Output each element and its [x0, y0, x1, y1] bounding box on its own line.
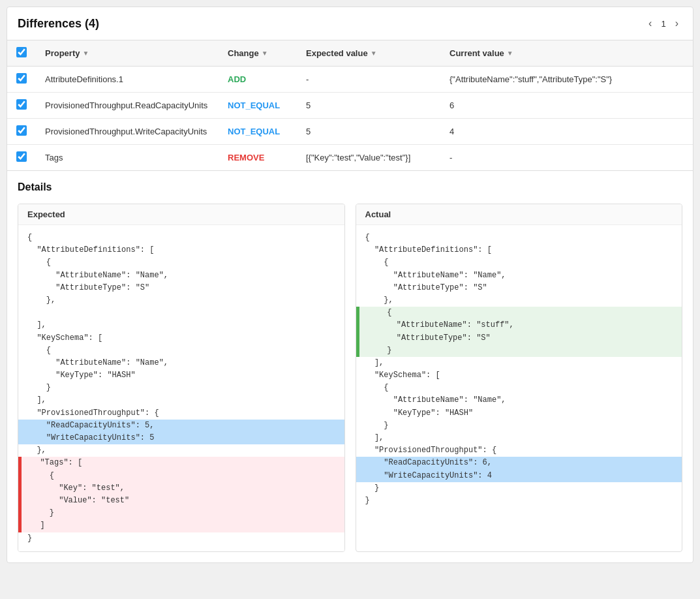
row-checkbox-cell	[7, 119, 36, 145]
row-property: ProvisionedThroughput.WriteCapacityUnits	[36, 119, 219, 145]
row-current-value: 6	[440, 93, 693, 119]
row-expected-value: -	[297, 67, 440, 93]
row-expected-value: 5	[297, 119, 440, 145]
table-row: AttributeDefinitions.1 ADD - {"Attribute…	[7, 67, 693, 93]
change-badge: REMOVE	[228, 153, 264, 162]
next-page-button[interactable]: ›	[671, 16, 682, 31]
current-sort-icon[interactable]: ▼	[507, 50, 513, 57]
row-current-value: {"AttributeName":"stuff","AttributeType"…	[440, 67, 693, 93]
row-change: REMOVE	[219, 145, 297, 171]
header-property: Property ▼	[36, 40, 219, 67]
table-header-row: Property ▼ Change ▼ Expected value	[7, 40, 693, 67]
change-badge: ADD	[228, 74, 246, 84]
differences-table-wrap: Property ▼ Change ▼ Expected value	[7, 40, 693, 171]
row-current-value: 4	[440, 119, 693, 145]
details-title: Details	[18, 181, 682, 193]
table-row: ProvisionedThroughput.WriteCapacityUnits…	[7, 119, 693, 145]
row-checkbox-cell	[7, 67, 36, 93]
change-badge: NOT_EQUAL	[228, 100, 280, 110]
expected-sort-icon[interactable]: ▼	[371, 50, 377, 57]
row-property: Tags	[36, 145, 219, 171]
row-checkbox-cell	[7, 145, 36, 171]
select-all-checkbox[interactable]	[16, 47, 27, 57]
expected-panel-label: Expected	[18, 204, 344, 225]
actual-panel: Actual { "AttributeDefinitions": [ { "At…	[356, 204, 683, 552]
details-section: Details Expected { "AttributeDefinitions…	[7, 171, 693, 562]
code-panels: Expected { "AttributeDefinitions": [ { "…	[18, 204, 682, 552]
table-row: Tags REMOVE [{"Key":"test","Value":"test…	[7, 145, 693, 171]
pagination-controls: ‹ 1 ›	[645, 16, 682, 31]
row-property: AttributeDefinitions.1	[36, 67, 219, 93]
header-checkbox-col	[7, 40, 36, 67]
table-row: ProvisionedThroughput.ReadCapacityUnits …	[7, 93, 693, 119]
row-expected-value: [{"Key":"test","Value":"test"}]	[297, 145, 440, 171]
row-checkbox[interactable]	[16, 125, 27, 136]
row-checkbox[interactable]	[16, 99, 27, 110]
page-title: Differences (4)	[18, 17, 99, 31]
expected-panel: Expected { "AttributeDefinitions": [ { "…	[18, 204, 345, 552]
header-change: Change ▼	[219, 40, 297, 67]
change-sort-icon[interactable]: ▼	[262, 50, 268, 57]
row-expected-value: 5	[297, 93, 440, 119]
differences-table: Property ▼ Change ▼ Expected value	[7, 40, 693, 170]
header-current-value: Current value ▼	[440, 40, 693, 67]
row-property: ProvisionedThroughput.ReadCapacityUnits	[36, 93, 219, 119]
row-change: ADD	[219, 67, 297, 93]
actual-panel-label: Actual	[356, 204, 682, 225]
prev-page-button[interactable]: ‹	[645, 16, 656, 31]
actual-code-body: { "AttributeDefinitions": [ { "Attribute…	[356, 225, 682, 514]
header-expected-value: Expected value ▼	[297, 40, 440, 67]
expected-code-body: { "AttributeDefinitions": [ { "Attribute…	[18, 225, 344, 551]
row-change: NOT_EQUAL	[219, 93, 297, 119]
row-current-value: -	[440, 145, 693, 171]
row-checkbox[interactable]	[16, 151, 27, 162]
row-checkbox[interactable]	[16, 73, 27, 84]
change-badge: NOT_EQUAL	[228, 127, 280, 136]
property-sort-icon[interactable]: ▼	[82, 50, 89, 57]
page-number: 1	[661, 19, 665, 29]
main-container: Differences (4) ‹ 1 › Property ▼	[7, 7, 693, 563]
table-body: AttributeDefinitions.1 ADD - {"Attribute…	[7, 67, 693, 171]
differences-header: Differences (4) ‹ 1 ›	[7, 7, 693, 40]
row-change: NOT_EQUAL	[219, 119, 297, 145]
row-checkbox-cell	[7, 93, 36, 119]
